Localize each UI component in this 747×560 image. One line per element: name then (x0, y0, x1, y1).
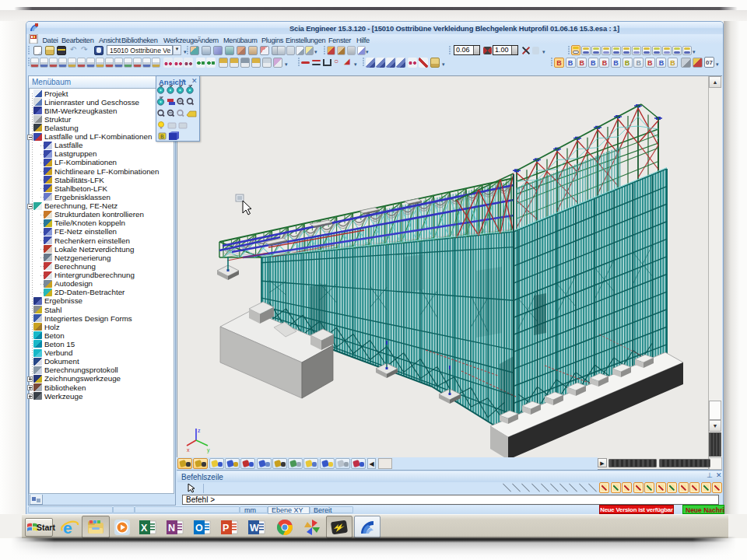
svg-text:B: B (160, 134, 164, 139)
svg-text:y: y (207, 447, 210, 453)
svg-text:N: N (168, 523, 175, 534)
svg-text:z: z (198, 428, 201, 433)
svg-text:W: W (250, 523, 259, 534)
svg-text:P: P (223, 523, 229, 534)
svg-text:x: x (187, 447, 190, 453)
svg-text:X: X (141, 523, 148, 534)
svg-text:O: O (195, 523, 203, 534)
